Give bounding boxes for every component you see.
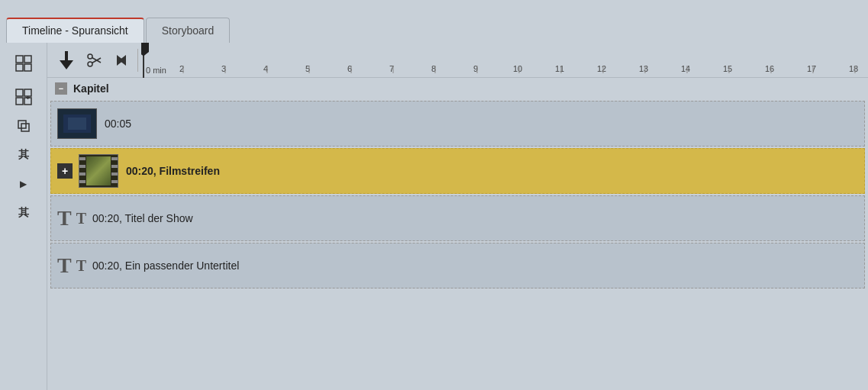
duplicate-icon[interactable] <box>9 113 38 139</box>
svg-rect-4 <box>16 89 23 96</box>
trim-icon[interactable] <box>110 49 133 72</box>
table-row[interactable]: + 00:20, Filmstreifen <box>50 148 865 194</box>
scissors-icon[interactable] <box>82 49 105 72</box>
ruler-row: 0 min 2 3 4 5 6 7 8 <box>47 43 868 78</box>
sub-icon[interactable]: 其 <box>9 200 38 226</box>
tab-timeline[interactable]: Timeline - Spuransicht <box>6 18 144 43</box>
svg-point-14 <box>88 54 92 59</box>
ruler: 0 min 2 3 4 5 6 7 8 <box>141 43 868 78</box>
table-row[interactable]: 00:05 <box>50 101 865 147</box>
track-time-title: 00:20, Titel der Show <box>92 212 193 224</box>
track-time-label: 00:05 <box>105 118 131 130</box>
svg-text:13: 13 <box>639 64 648 73</box>
plus-button[interactable]: + <box>57 163 73 179</box>
main-area: 其 ▶ 其 <box>0 43 868 390</box>
svg-text:14: 14 <box>681 64 690 73</box>
svg-rect-5 <box>24 89 31 96</box>
table-row[interactable]: T T 00:20, Ein passender Untertitel <box>50 243 865 288</box>
timeline-area: 0 min 2 3 4 5 6 7 8 <box>47 43 868 390</box>
svg-text:17: 17 <box>807 64 816 73</box>
svg-marker-13 <box>60 60 73 69</box>
track-time-filmstreifen: 00:20, Filmstreifen <box>126 165 220 177</box>
svg-rect-11 <box>21 124 29 131</box>
svg-rect-6 <box>16 98 23 105</box>
filmstrip-thumbnail <box>79 154 118 188</box>
play-label: ▶ <box>20 179 27 189</box>
svg-text:18: 18 <box>849 64 858 73</box>
sub-label: 其 <box>18 206 29 220</box>
text-icon-small-2: T <box>76 257 86 275</box>
video-thumbnail <box>57 108 97 139</box>
svg-point-15 <box>88 62 92 66</box>
text-icon-large-2: T <box>57 253 72 278</box>
svg-rect-10 <box>18 121 26 128</box>
track-time-subtitle: 00:20, Ein passender Untertitel <box>92 259 239 272</box>
svg-text:15: 15 <box>723 64 732 73</box>
text-icon-large: T <box>57 206 72 230</box>
text-icon-small: T <box>76 210 86 227</box>
ruler-zero-label: 0 min <box>146 66 166 75</box>
svg-rect-1 <box>24 56 31 63</box>
fx-icon[interactable]: 其 <box>9 142 38 168</box>
svg-rect-0 <box>16 56 23 63</box>
svg-text:12: 12 <box>597 64 606 73</box>
section-title: Kapitel <box>73 82 109 95</box>
ruler-svg: 2 3 4 5 6 7 8 9 10 <box>141 43 868 78</box>
svg-marker-19 <box>119 55 126 66</box>
svg-rect-58 <box>68 118 86 130</box>
grid-icon[interactable] <box>9 50 38 76</box>
svg-rect-3 <box>24 64 31 71</box>
tab-storyboard[interactable]: Storyboard <box>146 18 230 43</box>
collapse-button[interactable]: − <box>55 82 67 95</box>
play-icon[interactable]: ▶ <box>9 171 38 197</box>
add-track-icon[interactable] <box>9 84 38 110</box>
content-area: − Kapitel 00:05 + <box>47 78 868 390</box>
section-header: − Kapitel <box>47 78 868 99</box>
table-row[interactable]: T T 00:20, Titel der Show <box>50 195 865 241</box>
tab-bar: Timeline - Spuransicht Storyboard <box>0 0 868 43</box>
svg-text:16: 16 <box>765 64 774 73</box>
svg-text:11: 11 <box>555 64 564 73</box>
left-toolbar: 其 ▶ 其 <box>0 43 47 390</box>
playhead-tool-icon[interactable] <box>55 49 78 72</box>
svg-rect-2 <box>16 64 23 71</box>
fx-label: 其 <box>18 148 28 162</box>
svg-text:10: 10 <box>513 64 522 73</box>
